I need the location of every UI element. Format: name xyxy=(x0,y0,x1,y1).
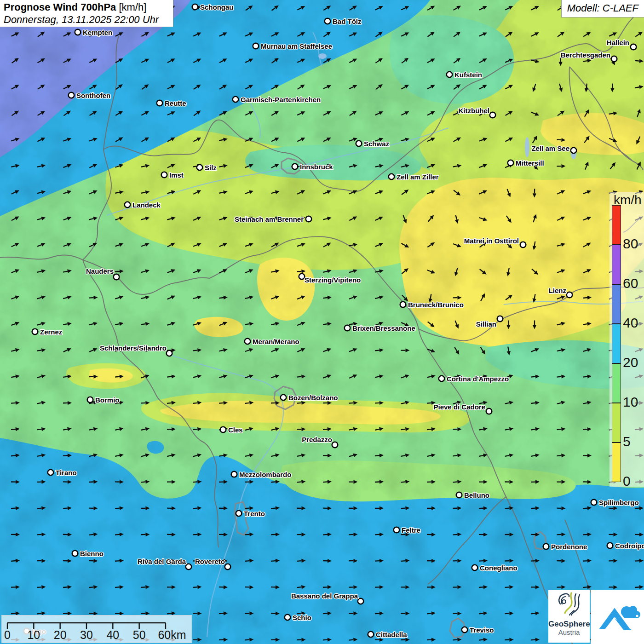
city-marker: Imst xyxy=(161,171,184,179)
title-unit: [km/h] xyxy=(116,1,146,13)
city-label: Brixen/Bressanone xyxy=(352,324,415,332)
city-dot xyxy=(125,202,131,208)
city-dot xyxy=(345,325,351,331)
geosphere-country: Austria xyxy=(548,628,590,636)
city-dot xyxy=(192,4,198,10)
city-marker: Brixen/Bressanone xyxy=(345,324,415,332)
city-label: Hallein xyxy=(607,39,629,46)
city-label: Bassano del Grappa xyxy=(291,592,358,600)
city-marker: Bruneck/Brunico xyxy=(400,301,464,309)
city-dot xyxy=(567,292,573,298)
scale-label: 60km xyxy=(158,628,186,641)
geosphere-contour-icon xyxy=(554,590,584,618)
city-dot xyxy=(292,164,298,170)
model-label: Modell: C-LAEF xyxy=(567,2,638,14)
city-dot xyxy=(32,329,38,335)
city-label: Reutte xyxy=(165,99,186,107)
city-dot xyxy=(299,274,305,280)
city-label: Bormio xyxy=(95,396,120,404)
city-label: Pordenone xyxy=(551,543,587,551)
legend: km/h 806040201050 xyxy=(610,192,644,487)
city-marker: Steinach am Brenner xyxy=(235,215,311,223)
city-dot xyxy=(225,564,231,570)
city-label: Cortina d'Ampezzo xyxy=(447,375,509,383)
legend-segment-10-20 xyxy=(612,363,621,403)
city-dot xyxy=(233,97,239,103)
city-label: Sillian xyxy=(476,320,496,328)
city-label: Tirano xyxy=(56,469,77,477)
city-dot xyxy=(231,472,237,477)
city-label: Pieve di Cadore xyxy=(433,403,485,411)
city-dot xyxy=(236,511,242,517)
city-dot xyxy=(543,544,549,550)
city-marker: Cles xyxy=(220,426,243,434)
city-label: Schwaz xyxy=(364,140,389,148)
legend-tick-label: 20 xyxy=(623,355,644,370)
city-dot xyxy=(281,395,287,401)
legend-segment-0-5 xyxy=(612,443,621,482)
city-dot xyxy=(591,500,597,506)
city-label: Murnau am Staffelsee xyxy=(261,42,332,50)
city-label: Bienno xyxy=(80,550,104,558)
city-label: Mezzolombardo xyxy=(239,471,291,478)
city-marker: Feltre xyxy=(394,526,420,534)
city-label: Cles xyxy=(228,426,243,434)
legend-color-bar xyxy=(612,205,621,482)
city-dot xyxy=(394,527,400,533)
legend-tick-label: 60 xyxy=(623,276,644,291)
city-label: Sonthofen xyxy=(76,92,110,99)
scale-label: 10 xyxy=(27,628,40,641)
legend-tick-label: 10 xyxy=(623,395,644,409)
city-dot xyxy=(607,543,613,549)
city-label: Bad Tölz xyxy=(333,17,362,25)
city-dot xyxy=(611,56,617,62)
model-box: Modell: C-LAEF xyxy=(561,0,644,17)
city-dot xyxy=(389,174,395,180)
city-label: Cittadella xyxy=(376,631,407,638)
city-label: Belluno xyxy=(464,491,489,499)
legend-segment-20-40 xyxy=(612,324,621,363)
legend-tick-label: 40 xyxy=(623,316,644,330)
city-dot xyxy=(631,44,637,50)
city-dot xyxy=(186,564,192,570)
city-marker: Bozen/Bolzano xyxy=(281,394,338,402)
city-label: Conegliano xyxy=(480,564,518,572)
city-marker: Tirano xyxy=(48,469,77,477)
city-label: Bruneck/Brunico xyxy=(408,301,464,309)
legend-segment-40-60 xyxy=(612,284,621,324)
wind-forecast-map-page: SchongauBad TölzKemptenMurnau am Staffel… xyxy=(0,0,644,644)
city-dot xyxy=(306,216,312,222)
city-dot xyxy=(167,351,172,356)
city-marker: Murnau am Staffelsee xyxy=(253,42,332,50)
city-label: Innsbruck xyxy=(300,163,333,171)
city-marker: Garmisch-Partenkirchen xyxy=(233,96,321,104)
legend-tick-label: 5 xyxy=(623,434,644,449)
legend-segment->80 xyxy=(612,205,621,245)
legend-tick-label: 80 xyxy=(623,236,644,251)
city-dot xyxy=(325,18,331,24)
scale-label: 30 xyxy=(80,628,93,641)
city-dot xyxy=(439,376,445,382)
city-label: Meran/Merano xyxy=(253,338,299,345)
city-label: Kempten xyxy=(83,29,112,36)
city-label: Kufstein xyxy=(454,71,482,79)
city-dot xyxy=(456,492,462,498)
avalanche-logo xyxy=(591,590,644,644)
city-label: Garmisch-Partenkirchen xyxy=(241,96,321,104)
city-label: Nauders xyxy=(86,267,114,275)
city-marker: Bienno xyxy=(72,550,104,558)
city-dot xyxy=(497,316,503,322)
city-dot xyxy=(197,165,203,171)
page-subtitle: Donnerstag, 13.11.2025 22:00 Uhr xyxy=(4,14,173,26)
city-dot xyxy=(161,172,167,178)
city-marker: Trento xyxy=(236,510,265,518)
city-label: Kitzbühel xyxy=(459,107,490,115)
city-marker: Cortina d'Ampezzo xyxy=(439,375,509,383)
city-dot xyxy=(356,141,362,147)
city-label: Predazzo xyxy=(302,436,332,443)
city-dot xyxy=(486,408,492,414)
city-dot xyxy=(220,427,226,433)
city-dot xyxy=(69,92,75,98)
scale-bar-ruler: 0102030405060km xyxy=(2,615,191,643)
city-marker: Mezzolombardo xyxy=(231,471,292,478)
